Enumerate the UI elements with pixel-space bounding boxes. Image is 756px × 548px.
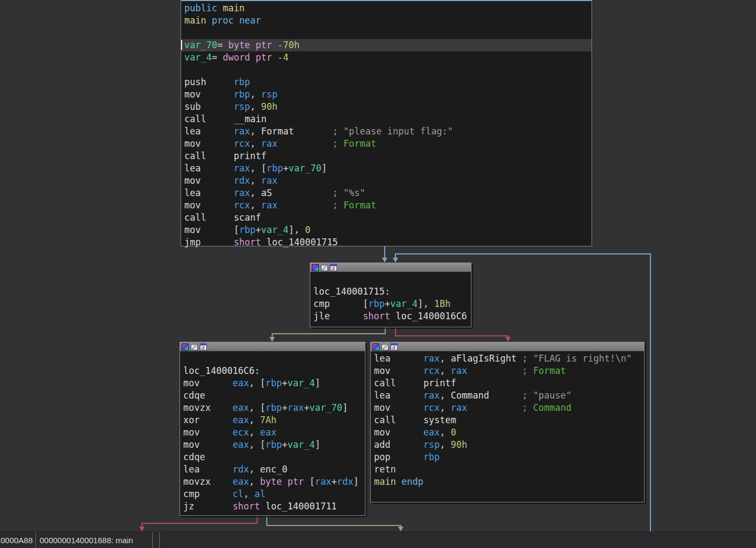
asm-token: ,: [250, 175, 261, 186]
asm-token: call: [184, 114, 234, 124]
node-main-entry[interactable]: public mainmain proc nearvar_70= byte pt…: [181, 0, 592, 246]
asm-line[interactable]: lea rdx, enc_0: [183, 463, 365, 476]
node-loc-140001715[interactable]: loc_140001715:cmp [rbp+var_4], 1Bhjle sh…: [310, 262, 471, 327]
asm-token: call: [184, 151, 234, 161]
asm-token: [272, 187, 333, 198]
asm-token: rbp: [266, 439, 282, 450]
asm-line[interactable]: mov rcx, rax ; Format: [184, 138, 592, 150]
palette-icon[interactable]: [312, 264, 319, 271]
palette-icon[interactable]: [182, 343, 189, 350]
asm-line[interactable]: pop rbp: [374, 451, 644, 463]
asm-line[interactable]: retn: [374, 463, 644, 476]
asm-token: enc_0: [260, 464, 287, 475]
asm-line[interactable]: cmp cl, al: [183, 488, 365, 500]
asm-line[interactable]: call printf: [374, 377, 644, 389]
asm-line[interactable]: main endp: [374, 476, 644, 488]
edit-icon[interactable]: [321, 264, 328, 271]
asm-line[interactable]: cmp [rbp+var_4], 1Bh: [313, 298, 471, 310]
asm-line[interactable]: var_70= byte ptr -70h: [181, 39, 592, 51]
node-loc-140001715-titlebar[interactable]: [310, 263, 471, 272]
asm-line[interactable]: jz short loc_140001711: [183, 500, 365, 513]
asm-line[interactable]: loc_140001715:: [313, 286, 471, 298]
asm-token: ,: [249, 476, 260, 487]
asm-token: aS: [261, 187, 272, 198]
asm-token: mov: [183, 427, 233, 438]
asm-token: rax: [423, 353, 440, 364]
asm-token: ,: [250, 101, 261, 112]
asm-line[interactable]: [184, 64, 592, 76]
asm-line[interactable]: lea rax, [rbp+var_70]: [184, 162, 592, 175]
asm-line[interactable]: public main: [184, 2, 592, 14]
asm-line[interactable]: [313, 273, 471, 286]
asm-token: sub: [184, 101, 234, 112]
node-flag-is-right[interactable]: lea rax, aFlagIsRight ; "FLAG is right!\…: [370, 342, 645, 502]
graph-view[interactable]: public mainmain proc nearvar_70= byte pt…: [0, 0, 756, 531]
asm-line[interactable]: var_4= dword ptr -4: [184, 51, 592, 64]
palette-icon[interactable]: [372, 343, 379, 350]
asm-line[interactable]: xor eax, 7Ah: [183, 414, 365, 426]
asm-line[interactable]: [184, 27, 592, 39]
asm-line[interactable]: call system: [374, 414, 644, 426]
asm-token: movzx: [183, 402, 233, 413]
asm-line[interactable]: push rbp: [184, 76, 592, 88]
asm-line[interactable]: mov rcx, rax ; Command: [374, 402, 644, 414]
asm-token: cmp: [313, 298, 363, 309]
edit-icon[interactable]: [381, 343, 388, 350]
asm-line[interactable]: mov rcx, rax ; Format: [184, 199, 592, 212]
edit-icon[interactable]: [191, 343, 198, 350]
asm-token: cdqe: [183, 390, 205, 401]
asm-line[interactable]: mov ecx, eax: [183, 426, 365, 439]
asm-line[interactable]: mov eax, [rbp+var_4]: [183, 439, 365, 451]
asm-token: printf: [423, 378, 456, 388]
asm-token: movzx: [183, 476, 233, 487]
asm-line[interactable]: mov rcx, rax ; Format: [374, 365, 644, 377]
asm-token: =: [217, 40, 228, 50]
node-loc-1400016C6[interactable]: loc_1400016C6:mov eax, [rbp+var_4]cdqemo…: [179, 342, 365, 516]
asm-line[interactable]: mov rdx, rax: [184, 175, 592, 187]
asm-token: lea: [184, 187, 234, 198]
asm-line[interactable]: cdqe: [183, 389, 365, 402]
asm-line[interactable]: lea rax, Format ; "please input flag:": [184, 125, 592, 138]
asm-line[interactable]: lea rax, aFlagIsRight ; "FLAG is right!\…: [374, 352, 644, 365]
asm-line[interactable]: call scanf: [184, 212, 592, 224]
asm-token: +: [331, 476, 336, 487]
asm-line[interactable]: call __main: [184, 113, 592, 125]
asm-line[interactable]: jle short loc_1400016C6: [313, 310, 471, 322]
asm-line[interactable]: lea rax, Command ; "pause": [374, 389, 644, 402]
node-flag-is-right-titlebar[interactable]: [371, 342, 644, 351]
asm-line[interactable]: cdqe: [183, 451, 365, 463]
asm-token: eax: [233, 378, 249, 388]
group-icon[interactable]: [391, 343, 398, 350]
asm-line[interactable]: mov eax, [rbp+var_4]: [183, 377, 365, 389]
asm-token: mov: [184, 89, 234, 100]
asm-line[interactable]: movzx eax, [rbp+rax+var_70]: [183, 402, 365, 414]
asm-token: ,: [440, 365, 451, 376]
asm-token: call: [184, 212, 234, 223]
asm-line[interactable]: loc_1400016C6:: [183, 365, 365, 377]
asm-token: var_4: [288, 378, 315, 388]
asm-line[interactable]: lea rax, aS ; "%s": [184, 187, 592, 199]
asm-token: ; "please input flag:": [332, 126, 453, 137]
asm-token: mov: [374, 427, 423, 438]
group-icon[interactable]: [330, 264, 337, 271]
asm-token: public: [184, 3, 223, 13]
asm-line[interactable]: call printf: [184, 150, 592, 162]
asm-line[interactable]: mov rbp, rsp: [184, 88, 592, 101]
asm-line[interactable]: jmp short loc_140001715: [184, 236, 592, 249]
asm-token: rbp: [234, 89, 250, 100]
asm-token: rbp: [266, 378, 282, 388]
asm-line[interactable]: sub rsp, 90h: [184, 101, 592, 113]
node-loc-1400016C6-titlebar[interactable]: [180, 342, 365, 351]
asm-line[interactable]: mov [rbp+var_4], 0: [184, 224, 592, 236]
asm-token: mov: [184, 138, 234, 149]
asm-line[interactable]: mov eax, 0: [374, 426, 644, 439]
group-icon[interactable]: [200, 343, 207, 350]
asm-line[interactable]: [183, 352, 365, 365]
asm-line[interactable]: movzx eax, byte ptr [rax+rdx]: [183, 476, 365, 488]
asm-line[interactable]: add rsp, 90h: [374, 439, 644, 451]
asm-token: loc_140001711: [266, 501, 337, 512]
asm-token: push: [184, 77, 234, 87]
asm-line[interactable]: main proc near: [184, 14, 592, 27]
node-main-entry-code: public mainmain proc nearvar_70= byte pt…: [181, 1, 592, 249]
asm-token: rbp: [368, 298, 385, 309]
